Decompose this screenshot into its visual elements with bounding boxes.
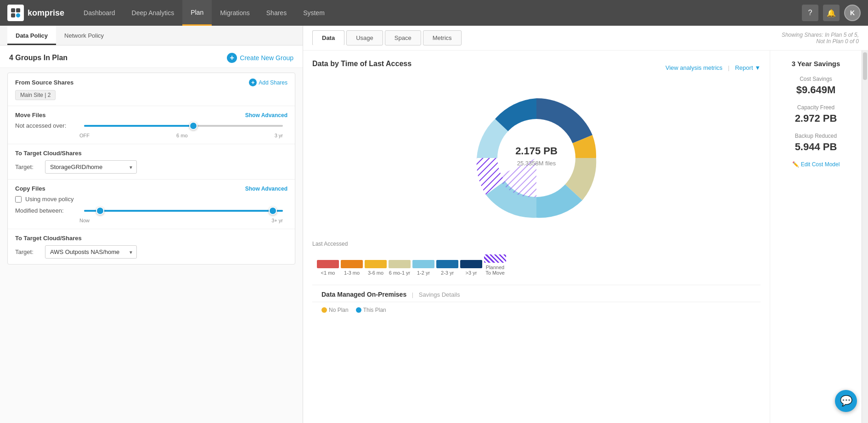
tab-metrics[interactable]: Metrics bbox=[423, 30, 462, 45]
this-plan-dot bbox=[356, 307, 361, 313]
slider-2-thumb-right[interactable] bbox=[269, 207, 277, 215]
donut-chart-svg: 2.175 PB 25.3358M files bbox=[458, 85, 614, 231]
slider-1-thumb[interactable] bbox=[189, 122, 197, 130]
tab-network-policy[interactable]: Network Policy bbox=[56, 26, 112, 45]
topnav-right: ? 🔔 K bbox=[802, 5, 861, 21]
legend-lt1mo: <1 mo bbox=[317, 260, 339, 276]
target-2-row: Target: AWS Outposts NAS/home StorageGRI… bbox=[15, 245, 287, 259]
add-shares-button[interactable]: + Add Shares bbox=[249, 79, 287, 86]
cost-savings-value: $9.649M bbox=[778, 84, 854, 96]
legend-color-1-2yr bbox=[412, 260, 434, 268]
copy-files-section: Copy Files Show Advanced Using move poli… bbox=[8, 180, 295, 229]
help-button[interactable]: ? bbox=[802, 5, 818, 21]
cost-savings-label: Cost Savings bbox=[778, 76, 854, 82]
nav-migrations[interactable]: Migrations bbox=[212, 0, 258, 26]
target-2-select[interactable]: AWS Outposts NAS/home StorageGRID/home A… bbox=[45, 245, 137, 259]
legend-label-1-3mo: 1-3 mo bbox=[344, 270, 360, 276]
target-1-label: Target: bbox=[15, 164, 40, 170]
copy-files-header: Copy Files Show Advanced bbox=[15, 185, 287, 192]
report-label: Report bbox=[735, 64, 753, 71]
source-badge: Main Site | 2 bbox=[15, 90, 56, 100]
left-panel: Data Policy Network Policy 4 Groups In P… bbox=[0, 26, 303, 423]
legend-label-3-6mo: 3-6 mo bbox=[368, 270, 383, 276]
view-analysis-metrics-link[interactable]: View analysis metrics bbox=[665, 64, 722, 71]
using-move-checkbox[interactable] bbox=[15, 196, 22, 203]
tab-data[interactable]: Data bbox=[312, 30, 344, 45]
legend-row: <1 mo 1-3 mo 3-6 mo 6 mo-1 yr bbox=[312, 254, 761, 276]
savings-title: 3 Year Savings bbox=[778, 60, 854, 68]
slider-2-thumb-left[interactable] bbox=[96, 207, 104, 215]
slider-2-track bbox=[79, 210, 287, 212]
nav-links: Dashboard Deep Analytics Plan Migrations… bbox=[75, 0, 802, 26]
chat-button[interactable]: 💬 bbox=[835, 390, 857, 412]
report-dropdown-icon: ▼ bbox=[755, 64, 761, 71]
add-shares-plus-icon: + bbox=[249, 79, 257, 86]
scrollbar-thumb[interactable] bbox=[863, 52, 867, 80]
report-link[interactable]: Report ▼ bbox=[735, 64, 761, 71]
copy-files-label: Copy Files bbox=[15, 185, 45, 192]
create-group-button[interactable]: + Create New Group bbox=[227, 53, 293, 63]
tab-usage[interactable]: Usage bbox=[346, 30, 383, 45]
add-shares-label: Add Shares bbox=[259, 79, 287, 86]
chart-bottom-legend: No Plan This Plan bbox=[312, 307, 761, 313]
right-panel: Data Usage Space Metrics Showing Shares:… bbox=[303, 26, 868, 423]
legend-1-3mo: 1-3 mo bbox=[341, 260, 363, 276]
donut-total-files: 25.3358M files bbox=[517, 160, 556, 167]
source-shares-header: From Source Shares + Add Shares bbox=[15, 79, 287, 86]
legend-color-6mo-1yr bbox=[389, 260, 411, 268]
svg-rect-0 bbox=[11, 8, 15, 12]
user-avatar[interactable]: K bbox=[844, 5, 861, 21]
right-tabs: Data Usage Space Metrics bbox=[312, 30, 462, 45]
donut-chart-wrap: 2.175 PB 25.3358M files bbox=[312, 85, 761, 231]
donut-total-pb: 2.175 PB bbox=[515, 145, 558, 157]
logo[interactable]: komprise bbox=[7, 5, 64, 21]
svg-rect-2 bbox=[11, 13, 15, 17]
backup-reduced-label: Backup Reduced bbox=[778, 133, 854, 139]
legend-1-2yr: 1-2 yr bbox=[412, 260, 434, 276]
nav-system[interactable]: System bbox=[295, 0, 333, 26]
slider-1-tick-6mo: 6 mo bbox=[176, 133, 187, 138]
legend-color-planned-to-move bbox=[484, 254, 506, 263]
legend-gt3yr: >3 yr bbox=[460, 260, 482, 276]
legend-color-2-3yr bbox=[436, 260, 458, 268]
slider-1-tick-3yr: 3 yr bbox=[275, 133, 283, 138]
source-shares-section: From Source Shares + Add Shares Main Sit… bbox=[8, 73, 295, 106]
backup-reduced-item: Backup Reduced 5.944 PB bbox=[778, 133, 854, 153]
target-section-2: To Target Cloud/Shares Target: AWS Outpo… bbox=[8, 229, 295, 264]
nav-dashboard[interactable]: Dashboard bbox=[75, 0, 124, 26]
nav-shares[interactable]: Shares bbox=[258, 0, 295, 26]
data-managed-pipe: | bbox=[412, 291, 413, 298]
legend-2-3yr: 2-3 yr bbox=[436, 260, 458, 276]
target-1-select-wrap: StorageGRID/home AWS S3/home Azure Blob/… bbox=[45, 160, 137, 174]
notifications-button[interactable]: 🔔 bbox=[823, 5, 840, 21]
nav-deep-analytics[interactable]: Deep Analytics bbox=[124, 0, 183, 26]
edit-cost-model-link[interactable]: ✏️ Edit Cost Model bbox=[778, 161, 854, 168]
legend-color-1-3mo bbox=[341, 260, 363, 268]
legend-3-6mo: 3-6 mo bbox=[365, 260, 387, 276]
tab-data-policy[interactable]: Data Policy bbox=[7, 26, 56, 45]
slider-2-tick-3yr: 3+ yr bbox=[271, 218, 283, 223]
nav-plan[interactable]: Plan bbox=[182, 0, 212, 26]
slider-2-tick-now: Now bbox=[79, 218, 90, 223]
no-plan-label: No Plan bbox=[329, 307, 349, 313]
logo-icon bbox=[7, 5, 24, 21]
target-1-select[interactable]: StorageGRID/home AWS S3/home Azure Blob/… bbox=[45, 160, 137, 174]
tab-space[interactable]: Space bbox=[385, 30, 421, 45]
right-scrollbar[interactable] bbox=[862, 51, 868, 423]
logo-text: komprise bbox=[28, 8, 64, 18]
pipe-divider: | bbox=[728, 64, 729, 71]
legend-label-6mo-1yr: 6 mo-1 yr bbox=[389, 270, 410, 276]
savings-panel: 3 Year Savings Cost Savings $9.649M Capa… bbox=[770, 51, 862, 423]
showing-shares-line2: Not In Plan 0 of 0 bbox=[782, 38, 859, 45]
target-1-row: Target: StorageGRID/home AWS S3/home Azu… bbox=[15, 160, 287, 174]
this-plan-legend: This Plan bbox=[356, 307, 386, 313]
plus-circle-icon: + bbox=[227, 53, 237, 63]
groups-area: From Source Shares + Add Shares Main Sit… bbox=[0, 68, 303, 423]
show-advanced-link-1[interactable]: Show Advanced bbox=[245, 112, 287, 118]
slider-1-bg bbox=[84, 125, 283, 127]
legend-planned-to-move: PlannedTo Move bbox=[484, 254, 506, 276]
show-advanced-link-2[interactable]: Show Advanced bbox=[245, 186, 287, 192]
savings-details-link[interactable]: Savings Details bbox=[419, 291, 460, 298]
slider-2-bg bbox=[84, 210, 283, 212]
cost-savings-item: Cost Savings $9.649M bbox=[778, 76, 854, 96]
